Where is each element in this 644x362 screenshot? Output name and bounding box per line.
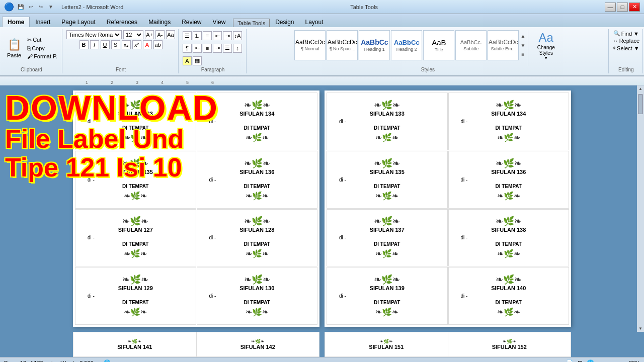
tab-insert[interactable]: Insert [30,17,56,27]
font-family-selector[interactable]: Times New Roman [66,30,122,39]
align-left-button[interactable]: ⇤ [193,44,202,53]
view-btn-full[interactable]: ⊞ [578,359,583,363]
tab-review[interactable]: Review [176,17,207,27]
word-logo-icon: 🔵 [4,2,14,12]
view-btn-web[interactable]: 🌐 [587,359,594,363]
multilevel-button[interactable]: ≡ [203,31,212,40]
save-icon[interactable]: 💾 [16,3,25,11]
line-spacing-button[interactable]: ↕ [233,44,242,53]
style-no-spacing[interactable]: AaBbCcDc ¶ No Spaci... [327,30,358,60]
decrease-indent-button[interactable]: ⇤ [213,31,222,40]
ditempat-140: DI TEMPAT [496,300,522,305]
clear-format-button[interactable]: Aa [166,30,175,39]
text-color-button[interactable]: A [143,40,152,49]
deco-top-134r: ❧🌿❧ [496,101,522,110]
deco-bottom-134: ❧🌿❧ [246,133,269,142]
deco-top-138: ❧🌿❧ [496,217,522,226]
titlebar-left: 🔵 💾 ↩ ↪ ▼ Letters2 - Microsoft Word [4,2,123,12]
font-row-2: B I U S x₂ x² A ab [79,40,163,49]
ditempat-135r: DI TEMPAT [374,184,400,189]
zoom-slider[interactable]: ─────○─ [598,360,625,363]
shading-button[interactable]: A [183,56,192,65]
font-size-selector[interactable]: 12 [123,30,143,39]
find-button[interactable]: 🔍 Find ▼ [613,30,639,37]
style-heading1-preview: AaBbCc [361,39,388,46]
scroll-up-arrow[interactable]: ▲ [637,85,643,92]
style-normal[interactable]: AaBbCcDc ¶ Normal [294,30,326,60]
close-button[interactable]: ✕ [629,3,640,12]
increase-indent-button[interactable]: ⇥ [223,31,232,40]
shrink-font-button[interactable]: A- [155,30,165,39]
clipboard-label: Clipboard [21,67,42,72]
dropdown-icon[interactable]: ▼ [46,3,55,11]
superscript-button[interactable]: x² [132,40,141,49]
show-paragraph-button[interactable]: ¶ [183,44,192,53]
deco-top-133: ❧🌿❧ [122,101,148,110]
ribbon-tab-bar: Home Insert Page Layout References Maili… [0,14,644,27]
tab-home[interactable]: Home [2,17,30,27]
underline-button[interactable]: U [101,40,110,49]
style-heading1[interactable]: AaBbCc Heading 1 [359,30,390,60]
numbering-button[interactable]: 1. [193,31,202,40]
tab-references[interactable]: References [101,17,143,27]
gallery-down-arrow[interactable]: ▼ [520,43,525,48]
deco-bottom-129: ❧🌿❧ [124,307,147,317]
ruler-mark: 5 [186,80,189,85]
tab-layout[interactable]: Layout [300,17,329,27]
redo-icon[interactable]: ↪ [36,3,45,11]
style-title[interactable]: AaB Title [423,30,454,60]
bold-button[interactable]: B [79,40,89,49]
highlight-button[interactable]: ab [153,40,163,49]
maximize-button[interactable]: □ [617,3,628,12]
tab-view[interactable]: View [207,17,231,27]
font-content: Times New Roman 12 A+ A- Aa B I U S x₂ x… [66,30,175,72]
replace-button[interactable]: ↔ Replace [613,38,639,44]
style-subtleem-label: Subtle Em... [491,46,516,51]
style-normal-label: ¶ Normal [301,46,319,51]
tab-design[interactable]: Design [270,17,299,27]
paste-button[interactable]: 📋 Paste [4,37,24,59]
tab-page-layout[interactable]: Page Layout [56,17,101,27]
select-button[interactable]: ⌖ Select ▼ [613,45,639,51]
gallery-more-arrow[interactable]: ≡ [521,52,524,57]
style-heading2[interactable]: AaBbCc Heading 2 [391,30,422,60]
tab-mailings[interactable]: Mailings [143,17,176,27]
sort-button[interactable]: ↕A [233,31,242,40]
grow-font-button[interactable]: A+ [145,30,154,39]
cut-icon: ✂ [27,37,32,43]
undo-icon[interactable]: ↩ [26,3,35,11]
di-129: di - [88,293,95,299]
styles-gallery: AaBbCcDc ¶ Normal AaBbCcDc ¶ No Spaci...… [294,30,519,66]
format-painter-button[interactable]: 🖌 Format P. [26,53,59,60]
scroll-down-arrow[interactable]: ▼ [637,325,643,332]
deco-top-128: ❧🌿❧ [244,217,270,226]
di-136r: di - [461,177,468,183]
style-subtitle[interactable]: AaBbCc. Subtitle [455,30,487,60]
window-controls: — □ ✕ [605,3,640,12]
minimize-button[interactable]: — [605,3,616,12]
change-styles-button[interactable]: Aa Change Styles ▼ [531,31,561,66]
justify-button[interactable]: ☰ [223,44,232,53]
deco-bottom-128: ❧🌿❧ [246,249,269,258]
di-135r: di - [339,177,346,183]
label-127: ❧🌿❧ SIFULAN 127 di - DI TEMPAT ❧🌿❧ [75,209,196,267]
style-subtle-em[interactable]: AaBbCcDc Subtle Em... [488,30,519,60]
border-button[interactable]: ▦ [193,56,202,65]
style-nospacing-preview: AaBbCcDc [328,39,357,45]
subscript-button[interactable]: x₂ [122,40,131,49]
view-btn-print[interactable]: 📄 [566,359,574,363]
scroll-thumb[interactable] [638,94,643,114]
cut-button[interactable]: ✂ Cut [26,36,59,44]
deco-bottom-134r: ❧🌿❧ [497,133,520,142]
italic-button[interactable]: I [90,40,99,49]
align-center-button[interactable]: ≡ [203,44,212,53]
di-130: di - [209,293,216,299]
align-right-button[interactable]: ⇥ [213,44,222,53]
di-135: di - [88,177,95,183]
copy-button[interactable]: ⎘ Copy [26,45,59,52]
style-heading2-label: Heading 2 [396,47,417,52]
bullets-button[interactable]: ☰ [183,31,192,40]
gallery-up-arrow[interactable]: ▲ [520,33,525,39]
label-133r: ❧🌿❧ SIFULAN 133 di - DI TEMPAT ❧🌿❧ [327,93,448,150]
strikethrough-button[interactable]: S [111,40,120,49]
